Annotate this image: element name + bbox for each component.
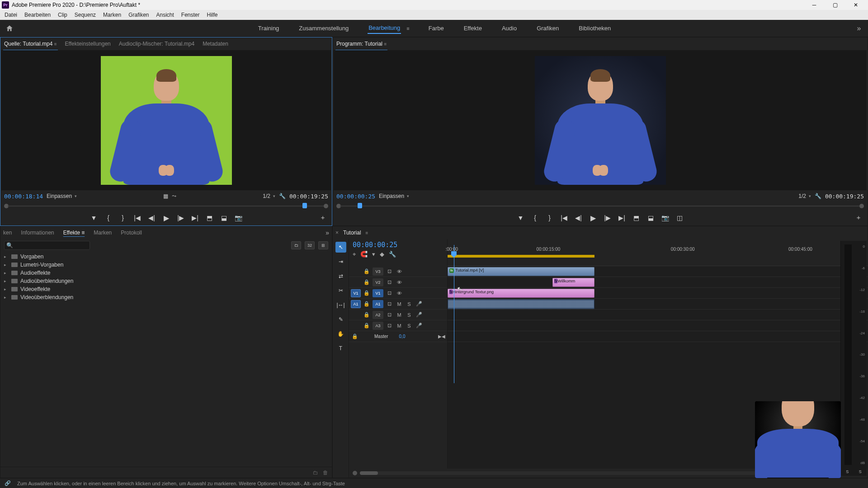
go-to-out-button[interactable]: ▶| <box>618 213 627 222</box>
voice-over-button[interactable]: 🎤 <box>415 322 423 329</box>
play-button[interactable]: ▶ <box>162 213 171 222</box>
tab-protokoll[interactable]: Protokoll <box>121 230 142 236</box>
track-header-a3[interactable]: 🔒 A3 ⊡ M S 🎤 <box>349 320 447 331</box>
step-back-button[interactable]: ◀| <box>574 213 583 222</box>
mute-button[interactable]: M <box>395 322 403 329</box>
selection-tool[interactable]: ↖ <box>335 242 346 253</box>
voice-over-button[interactable]: 🎤 <box>415 300 423 308</box>
new-bin-icon[interactable]: 🗀 <box>313 469 318 476</box>
mute-button[interactable]: M <box>395 300 403 308</box>
snap-toggle[interactable]: ⌖ <box>353 251 356 258</box>
solo-button[interactable]: S <box>405 300 413 308</box>
add-marker-button[interactable]: ▼ <box>90 213 99 222</box>
track-label[interactable]: A1 <box>373 300 383 308</box>
tab-marken[interactable]: Marken <box>94 230 112 236</box>
settings-wrench-icon[interactable]: 🔧 <box>389 251 396 258</box>
tab-truncated[interactable]: ken <box>3 230 12 236</box>
source-timecode-in[interactable]: 00:00:18:14 <box>4 193 43 200</box>
clip-v2-willkomm[interactable]: fxWillkomm <box>552 278 594 287</box>
timeline-timecode[interactable]: 00:00:00:25 <box>353 241 443 249</box>
source-viewer[interactable] <box>1 50 331 190</box>
clip-v3-tutorial[interactable]: fxTutorial.mp4 [V] <box>448 267 594 276</box>
sync-lock-icon[interactable]: ⊡ <box>385 279 393 286</box>
menu-marken[interactable]: Marken <box>99 10 125 19</box>
preset-bin-icon[interactable]: 🗀 <box>291 241 301 249</box>
pen-tool[interactable]: ✎ <box>335 314 346 325</box>
tree-item-vorgaben[interactable]: ▸Vorgaben <box>4 253 328 261</box>
lock-icon[interactable]: 🔒 <box>363 290 371 297</box>
mark-in-button[interactable]: { <box>104 213 113 222</box>
sync-lock-icon[interactable]: ⊡ <box>385 268 393 275</box>
accelerated-badge[interactable]: 32 <box>305 241 315 249</box>
timeline-ruler[interactable]: :00:00 00:00:15:00 00:00:30:00 00:00:45:… <box>448 239 868 266</box>
lock-icon[interactable]: 🔒 <box>351 333 359 340</box>
lock-icon[interactable]: 🔒 <box>363 268 371 275</box>
tab-audio-mixer[interactable]: Audioclip-Mischer: Tutorial.mp4 <box>118 39 195 49</box>
extract-button[interactable]: ⬓ <box>646 213 656 222</box>
source-patch-v1[interactable]: V1 <box>351 289 361 297</box>
track-select-tool[interactable]: ⇥ <box>335 256 346 267</box>
button-editor-button[interactable]: ＋ <box>854 213 863 222</box>
maximize-button[interactable]: ▢ <box>825 0 845 10</box>
source-playhead[interactable] <box>302 203 307 208</box>
source-patch-a1[interactable]: A1 <box>351 300 361 308</box>
export-frame-button[interactable]: 📷 <box>234 213 243 222</box>
tree-item-videoueberblendungen[interactable]: ▸Videoüberblendungen <box>4 293 328 301</box>
eye-icon[interactable]: 👁 <box>395 279 403 286</box>
step-forward-button[interactable]: |▶ <box>176 213 185 222</box>
lock-icon[interactable]: 🔒 <box>363 311 371 319</box>
tree-item-audioueberblendungen[interactable]: ▸Audioüberblendungen <box>4 277 328 285</box>
program-settings-icon[interactable]: 🔧 <box>815 193 821 199</box>
program-zoom-select[interactable]: Einpassen▾ <box>379 193 409 199</box>
effects-search-box[interactable]: 🔍 <box>4 241 90 250</box>
sync-lock-icon[interactable]: ⊡ <box>385 300 393 308</box>
mark-in-button[interactable]: { <box>531 213 540 222</box>
track-label[interactable]: V3 <box>373 267 383 276</box>
master-value[interactable]: 0,0 <box>399 334 406 339</box>
program-timecode-in[interactable]: 00:00:00:25 <box>336 193 375 200</box>
voice-over-button[interactable]: 🎤 <box>415 311 423 319</box>
home-button[interactable] <box>0 24 19 33</box>
workspace-farbe[interactable]: Farbe <box>428 23 445 33</box>
workspace-bibliotheken[interactable]: Bibliotheken <box>578 23 612 33</box>
tab-effect-controls[interactable]: Effekteinstellungen <box>64 39 112 49</box>
track-header-v2[interactable]: 🔒 V2 ⊡ 👁 <box>349 277 447 288</box>
program-viewer[interactable] <box>334 50 867 190</box>
menu-datei[interactable]: Datei <box>1 10 21 19</box>
slip-tool[interactable]: |↔| <box>335 300 346 310</box>
tab-menu-icon[interactable]: ≡ <box>384 42 387 47</box>
track-header-v3[interactable]: 🔒 V3 ⊡ 👁 <box>349 266 447 277</box>
button-editor-button[interactable]: ＋ <box>318 213 327 222</box>
tab-source[interactable]: Quelle: Tutorial.mp4 ≡ <box>3 39 58 49</box>
yuv-badge[interactable]: ⊞ <box>318 241 328 249</box>
solo-left[interactable]: S <box>846 469 849 474</box>
sequence-name[interactable]: Tutorial <box>343 230 361 236</box>
track-header-a1[interactable]: A1 🔒 A1 ⊡ M S 🎤 <box>349 299 447 310</box>
track-label[interactable]: A3 <box>373 322 383 330</box>
tab-menu-icon[interactable]: ≡ <box>54 42 57 47</box>
workspace-audio[interactable]: Audio <box>501 23 518 33</box>
delete-icon[interactable]: 🗑 <box>323 469 328 476</box>
add-marker-button[interactable]: ▼ <box>516 213 525 222</box>
program-resolution-select[interactable]: 1/2▾ <box>798 193 811 199</box>
minimize-button[interactable]: ─ <box>804 0 825 10</box>
workspace-zusammenstellung[interactable]: Zusammenstellung <box>298 23 349 33</box>
tab-effekte[interactable]: Effekte ≡ <box>63 230 85 236</box>
tree-item-videoeffekte[interactable]: ▸Videoeffekte <box>4 285 328 293</box>
tab-program[interactable]: Programm: Tutorial ≡ <box>335 39 387 49</box>
mark-out-button[interactable]: } <box>545 213 554 222</box>
menu-grafiken[interactable]: Grafiken <box>125 10 152 19</box>
go-to-in-button[interactable]: |◀ <box>133 213 142 222</box>
source-drag-audio-icon[interactable]: ⤳ <box>172 193 176 199</box>
step-back-button[interactable]: ◀| <box>147 213 156 222</box>
sync-lock-icon[interactable]: ⊡ <box>385 311 393 319</box>
marker-icon[interactable]: ◆ <box>380 251 384 258</box>
tab-menu-icon[interactable]: ≡ <box>81 230 85 236</box>
play-button[interactable]: ▶ <box>589 213 598 222</box>
step-forward-button[interactable]: |▶ <box>603 213 612 222</box>
track-label[interactable]: V2 <box>373 278 383 286</box>
workspace-effekte[interactable]: Effekte <box>463 23 483 33</box>
type-tool[interactable]: T <box>335 343 346 354</box>
lift-button[interactable]: ⬒ <box>632 213 641 222</box>
insert-button[interactable]: ⬒ <box>205 213 214 222</box>
